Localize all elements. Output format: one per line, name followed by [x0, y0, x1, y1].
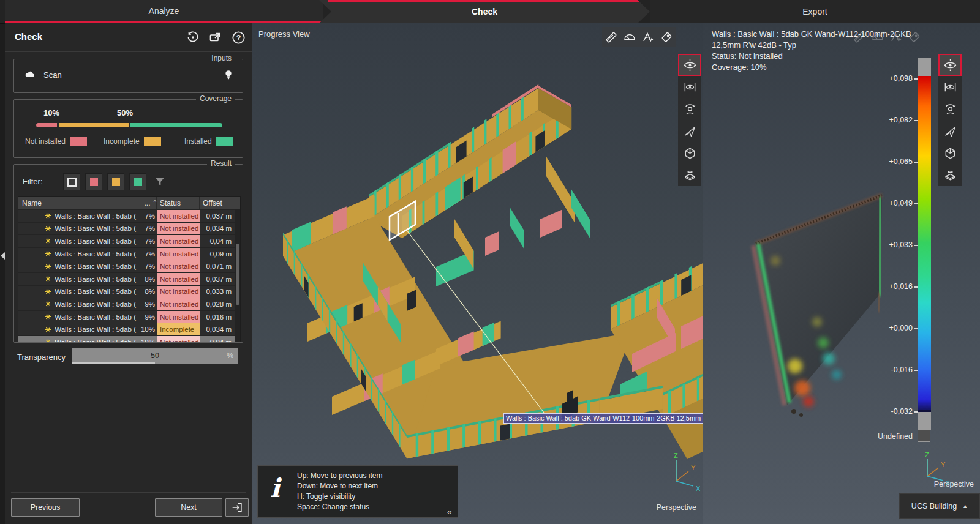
element-star-icon	[45, 326, 51, 333]
filter-not-installed-button[interactable]	[85, 173, 102, 190]
active-tab-indicator	[328, 0, 641, 2]
tab-check-label: Check	[472, 7, 497, 17]
coverage-range-slider[interactable]	[36, 123, 222, 127]
deviation-color-scale	[918, 58, 931, 430]
section-box-tool-icon[interactable]	[678, 164, 701, 186]
angle-icon[interactable]	[640, 29, 656, 45]
scale-tick-mark	[914, 203, 918, 204]
table-scrollbar-thumb[interactable]	[236, 244, 239, 304]
row-offset-cell: 0,04 m	[200, 336, 235, 342]
transparency-value: 50	[72, 351, 238, 360]
table-row[interactable]: Walls : Basic Wall : 5dab (10%Not instal…	[18, 335, 240, 342]
row-status-cell: Not installed	[157, 336, 200, 342]
tab-check[interactable]: Check	[319, 0, 650, 23]
application-window: Analyze Check Export Check	[0, 0, 980, 524]
navigation-toolbar	[678, 54, 701, 186]
tab-analyze[interactable]: Analyze	[5, 0, 323, 23]
transparency-slider[interactable]: 50 %	[72, 348, 238, 364]
view-cube-tool-icon[interactable]	[678, 142, 701, 164]
filter-installed-button[interactable]	[129, 173, 146, 190]
element-star-icon	[45, 250, 51, 257]
table-row[interactable]: Walls : Basic Wall : 5dab (7%Not install…	[18, 247, 240, 260]
row-name-cell: Walls : Basic Wall : 5dab (	[18, 248, 138, 260]
filter-label: Filter:	[23, 177, 43, 186]
first-person-tool-icon[interactable]	[938, 98, 962, 120]
column-name[interactable]: Name	[18, 197, 138, 209]
section-box-tool-icon[interactable]	[938, 164, 962, 186]
scale-tick-label: +0,016	[889, 282, 913, 291]
progress-view-viewport[interactable]: Progress View	[252, 23, 703, 524]
scale-tick-label: +0,000	[889, 324, 913, 332]
tab-export[interactable]: Export	[650, 0, 980, 23]
projection-mode-label: Perspective	[934, 480, 974, 488]
orbit-tool-icon[interactable]	[678, 54, 701, 76]
orbit-tool-icon[interactable]	[938, 54, 962, 76]
legend-not-installed-label: Not installed	[25, 137, 66, 146]
table-row[interactable]: Walls : Basic Wall : 5dab (9%Not install…	[18, 310, 240, 323]
funnel-filter-icon[interactable]	[151, 173, 168, 190]
fly-tool-icon[interactable]	[938, 120, 962, 142]
open-new-icon[interactable]	[207, 29, 224, 46]
scan-input-row[interactable]: Scan	[23, 69, 62, 81]
constrained-orbit-tool-icon[interactable]	[678, 76, 701, 98]
result-table-header[interactable]: Name ...^ Status Offset	[18, 197, 240, 209]
row-offset-cell: 0,028 m	[200, 298, 235, 310]
element-star-icon	[45, 339, 51, 342]
table-scrollbar[interactable]	[235, 209, 240, 342]
check-panel: Check ?	[5, 23, 252, 524]
element-detail-viewport[interactable]: Walls : Basic Wall : 5dab GK Wand-W112-1…	[703, 23, 980, 524]
ruler-icon[interactable]	[603, 29, 619, 45]
exit-check-button[interactable]	[225, 498, 249, 517]
table-row[interactable]: Walls : Basic Wall : 5dab (7%Not install…	[18, 234, 240, 247]
next-button[interactable]: Next	[155, 498, 222, 517]
element-star-icon	[45, 288, 51, 295]
filter-incomplete-button[interactable]	[107, 173, 124, 190]
row-status-cell: Not installed	[157, 248, 200, 260]
row-offset-cell: 0,033 m	[200, 286, 235, 298]
filter-installed-swatch	[134, 178, 142, 186]
building-3d-model[interactable]	[252, 23, 703, 524]
row-name-cell: Walls : Basic Wall : 5dab (	[18, 336, 138, 342]
ruler-icon	[852, 30, 867, 45]
fly-tool-icon[interactable]	[678, 120, 701, 142]
constrained-orbit-tool-icon[interactable]	[938, 76, 962, 98]
table-row[interactable]: Walls : Basic Wall : 5dab (8%Not install…	[18, 272, 240, 285]
row-offset-cell: 0,037 m	[200, 273, 235, 285]
table-row[interactable]: Walls : Basic Wall : 5dab (10%Incomplete…	[18, 323, 240, 335]
wall-face[interactable]	[755, 196, 882, 405]
tag-icon[interactable]	[658, 29, 674, 45]
element-coverage: Coverage: 10%	[712, 62, 932, 73]
view-cube-tool-icon[interactable]	[938, 142, 962, 164]
legend-installed-swatch	[216, 137, 233, 146]
row-offset-cell: 0,034 m	[200, 323, 235, 335]
history-icon[interactable]	[184, 29, 202, 46]
table-row[interactable]: Walls : Basic Wall : 5dab (8%Not install…	[18, 285, 240, 298]
table-row[interactable]: Walls : Basic Wall : 5dab (7%Not install…	[18, 260, 240, 272]
ucs-selector-button[interactable]: UCS Building ▲	[899, 493, 980, 519]
protractor-icon[interactable]	[622, 29, 638, 45]
table-row[interactable]: Walls : Basic Wall : 5dab (7%Not install…	[18, 209, 240, 222]
row-coverage-cell: 7%	[138, 235, 157, 247]
row-offset-cell: 0,09 m	[200, 248, 235, 260]
column-status[interactable]: Status	[157, 197, 200, 209]
panel-collapse-arrow-icon[interactable]	[1, 252, 5, 260]
table-row[interactable]: Walls : Basic Wall : 5dab (7%Not install…	[18, 222, 240, 235]
next-button-label: Next	[181, 503, 197, 512]
help-icon[interactable]: ?	[230, 29, 247, 46]
element-star-icon	[45, 238, 51, 244]
collapse-info-icon[interactable]: «	[447, 506, 452, 517]
scale-tick-mark	[914, 411, 918, 413]
element-star-icon	[45, 263, 51, 270]
column-offset[interactable]: Offset	[200, 197, 235, 209]
coverage-segment-incomplete	[59, 123, 129, 127]
column-coverage[interactable]: ...^	[138, 197, 157, 209]
scale-cap-bottom	[918, 412, 931, 430]
svg-text:Z: Z	[674, 452, 678, 459]
footer-divider	[11, 492, 246, 493]
previous-button[interactable]: Previous	[11, 498, 80, 517]
table-row[interactable]: Walls : Basic Wall : 5dab (9%Not install…	[18, 298, 240, 310]
filter-all-button[interactable]	[63, 173, 80, 190]
visibility-bulb-icon[interactable]	[222, 68, 235, 83]
measure-toolbar-ghost	[850, 27, 924, 47]
first-person-tool-icon[interactable]	[678, 98, 701, 120]
